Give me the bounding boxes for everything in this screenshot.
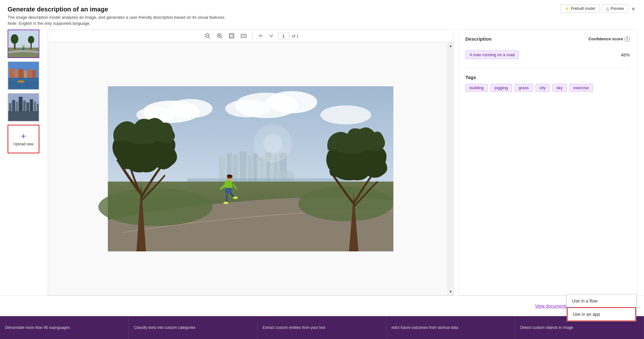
prebuilt-model-button[interactable]: ⚡ Prebuilt model bbox=[561, 4, 600, 13]
top-buttons: ⚡ Prebuilt model △ Preview bbox=[561, 4, 628, 13]
svg-point-74 bbox=[263, 134, 282, 153]
dialog-note: Note: English is the only supported lang… bbox=[0, 20, 644, 26]
upload-new-button[interactable]: + Upload new bbox=[8, 125, 39, 153]
svg-point-16 bbox=[17, 80, 25, 83]
svg-point-71 bbox=[233, 196, 238, 199]
page-of-label: of 1 bbox=[292, 34, 299, 38]
svg-point-45 bbox=[266, 91, 317, 113]
tag-item: jogging bbox=[490, 84, 512, 92]
upload-new-label: Upload new bbox=[13, 142, 33, 146]
tag-item: building bbox=[465, 84, 488, 92]
eye-icon: △ bbox=[606, 6, 609, 11]
zoom-in-icon bbox=[217, 33, 222, 39]
fit-width-icon bbox=[241, 33, 246, 39]
tags-header: Tags bbox=[465, 75, 630, 80]
svg-rect-58 bbox=[257, 159, 261, 182]
svg-rect-11 bbox=[15, 70, 18, 78]
zoom-in-button[interactable] bbox=[215, 32, 224, 39]
svg-rect-22 bbox=[16, 102, 18, 111]
thumbnail-sidebar: + Upload new bbox=[8, 30, 43, 296]
svg-rect-28 bbox=[37, 104, 39, 111]
bottom-bar-item: edict future outcomes from storical data bbox=[386, 316, 515, 339]
svg-point-46 bbox=[225, 100, 270, 117]
dialog-header: Generate description of an image ⚡ Prebu… bbox=[0, 0, 644, 13]
svg-rect-17 bbox=[8, 79, 39, 80]
tags-container: buildingjogginggrasscityskyexercise bbox=[465, 84, 630, 92]
fit-width-button[interactable] bbox=[239, 32, 248, 39]
svg-rect-21 bbox=[12, 100, 15, 111]
image-toolbar: of 1 bbox=[48, 30, 453, 42]
svg-line-31 bbox=[209, 37, 210, 38]
page-up-button[interactable] bbox=[256, 33, 265, 39]
thumbnail-3[interactable] bbox=[8, 93, 39, 122]
tag-item: city bbox=[536, 84, 550, 92]
thumbnail-1-image bbox=[8, 30, 39, 58]
results-panel: Description Confidence score i A man run… bbox=[459, 30, 636, 296]
thumbnail-1[interactable] bbox=[8, 30, 39, 58]
dialog-subtitle: The image description model analyzes an … bbox=[0, 13, 644, 20]
bottom-bar-item: Extract custom entities from your text bbox=[258, 316, 386, 339]
image-viewer-area: of 1 bbox=[48, 30, 454, 296]
dropdown-item[interactable]: Use in an app bbox=[567, 307, 636, 321]
main-dialog: Generate description of an image ⚡ Prebu… bbox=[0, 0, 644, 339]
zoom-out-icon bbox=[205, 33, 210, 39]
bottom-bar-item: Detranslate more than 90 supnguages bbox=[0, 316, 129, 339]
svg-rect-50 bbox=[233, 155, 238, 182]
scroll-down-button[interactable]: ▼ bbox=[448, 288, 453, 295]
svg-rect-25 bbox=[26, 103, 29, 111]
page-down-button[interactable] bbox=[267, 33, 275, 39]
description-badge: A man running on a road bbox=[465, 50, 519, 59]
tag-item: exercise bbox=[569, 84, 593, 92]
svg-rect-20 bbox=[9, 103, 11, 111]
svg-rect-26 bbox=[30, 99, 33, 111]
svg-rect-59 bbox=[263, 159, 267, 182]
svg-point-72 bbox=[223, 202, 228, 204]
info-icon[interactable]: i bbox=[625, 37, 630, 42]
dropdown-menu: Use in a flowUse in an app bbox=[567, 294, 636, 322]
divider bbox=[465, 68, 630, 68]
svg-point-47 bbox=[320, 105, 371, 124]
svg-line-35 bbox=[221, 37, 222, 38]
thumbnail-3-image bbox=[8, 94, 39, 122]
arrow-down-icon bbox=[269, 34, 273, 38]
thumbnail-2-image bbox=[8, 62, 39, 90]
svg-rect-36 bbox=[229, 34, 234, 38]
svg-rect-60 bbox=[270, 159, 273, 182]
zoom-out-button[interactable] bbox=[203, 32, 212, 39]
svg-rect-24 bbox=[23, 101, 26, 111]
confidence-score-value: 46% bbox=[621, 52, 630, 57]
svg-rect-37 bbox=[230, 35, 233, 37]
preview-button[interactable]: △ Preview bbox=[602, 4, 628, 13]
tags-section: Tags buildingjogginggrasscityskyexercise bbox=[465, 75, 630, 92]
thumbnail-2[interactable] bbox=[8, 61, 39, 90]
description-row: A man running on a road 46% bbox=[465, 48, 630, 62]
plus-icon: + bbox=[21, 132, 26, 141]
bottom-bar-item: Classify texts into custom categories bbox=[129, 316, 258, 339]
svg-rect-70 bbox=[225, 188, 232, 194]
confidence-header: Confidence score i bbox=[588, 37, 630, 42]
toolbar-divider bbox=[252, 33, 253, 39]
main-scene-image bbox=[48, 86, 453, 251]
svg-rect-23 bbox=[19, 97, 23, 111]
page-number-input[interactable] bbox=[278, 33, 289, 39]
lightning-icon: ⚡ bbox=[565, 6, 569, 11]
fit-page-button[interactable] bbox=[227, 32, 236, 39]
svg-rect-14 bbox=[28, 70, 31, 78]
svg-rect-19 bbox=[8, 111, 39, 122]
arrow-up-icon bbox=[258, 34, 263, 38]
fit-page-icon bbox=[229, 33, 234, 39]
bottom-bar: Detranslate more than 90 supnguagesClass… bbox=[0, 316, 644, 339]
svg-point-65 bbox=[98, 188, 213, 226]
svg-rect-48 bbox=[219, 156, 225, 182]
dropdown-item[interactable]: Use in a flow bbox=[567, 295, 636, 307]
dialog-footer: View documentation Use prebuilt model ∨ bbox=[0, 296, 644, 316]
svg-point-5 bbox=[28, 36, 34, 43]
svg-rect-69 bbox=[225, 181, 232, 188]
svg-rect-10 bbox=[10, 68, 14, 78]
dialog-title: Generate description of an image bbox=[8, 6, 108, 13]
tag-item: grass bbox=[515, 84, 533, 92]
svg-rect-15 bbox=[32, 70, 36, 78]
svg-rect-27 bbox=[34, 102, 36, 111]
close-button[interactable]: × bbox=[630, 6, 636, 12]
scroll-up-button[interactable]: ▲ bbox=[448, 42, 453, 49]
